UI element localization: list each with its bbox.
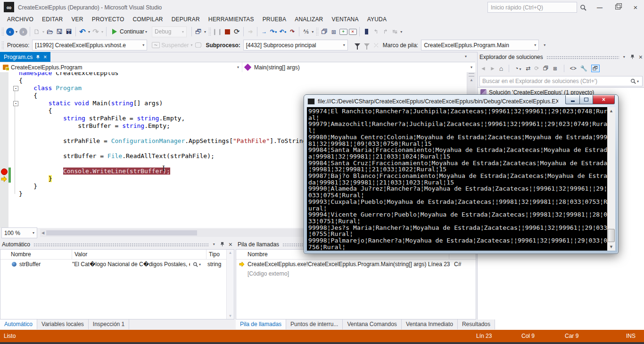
continue-button[interactable]: Continuar	[108, 26, 144, 37]
breakpoints-window-button[interactable]: 🗇	[320, 26, 329, 37]
menu-item[interactable]: ARCHIVO	[3, 14, 38, 25]
filter-frames-icon[interactable]	[353, 40, 362, 50]
fold-collapse-icon[interactable]: -	[13, 86, 18, 91]
pin-icon[interactable]	[220, 242, 224, 247]
filter-frames-disabled-icon[interactable]	[362, 40, 372, 50]
hex-dropdown-icon[interactable]: ▾	[312, 30, 314, 34]
solution-explorer-search[interactable]: Buscar en el Explorador de soluciones (C…	[479, 76, 643, 86]
scrollbar-thumb[interactable]	[608, 229, 615, 242]
clear-bookmarks-button[interactable]: ↹	[390, 26, 399, 37]
sync-with-active-document-icon[interactable]: ⇄	[526, 65, 531, 72]
previous-bookmark-button[interactable]: ↰	[371, 26, 380, 37]
solution-explorer-header[interactable]: Explorador de soluciones ▾ ×	[478, 52, 644, 62]
redo-button[interactable]: ↷	[91, 26, 100, 37]
splitter-handle-icon[interactable]	[469, 73, 474, 76]
show-next-statement-button[interactable]: ➔	[246, 26, 255, 37]
stack-frame-row[interactable]: CreateExcelEpplus.exe!CreateExcelEpplus.…	[236, 260, 476, 269]
code-line[interactable]: namespace CreateExcelEpplus	[0, 72, 467, 77]
close-panel-icon[interactable]: ×	[229, 241, 232, 248]
properties-icon[interactable]: 🗉	[553, 65, 558, 72]
stop-button[interactable]	[223, 26, 232, 37]
menu-item[interactable]: AYUDA	[363, 14, 391, 25]
panel-tab[interactable]: Ventana Inmediato	[402, 319, 458, 329]
solution-configuration-combo[interactable]: Debug▾	[152, 26, 187, 37]
forward-icon[interactable]: ►	[490, 65, 495, 72]
panel-tab[interactable]: Pila de llamadas	[236, 319, 286, 329]
step-out-button[interactable]: ↶●	[278, 26, 288, 37]
continue-dropdown-icon[interactable]: ▾	[145, 30, 147, 34]
toggle-bookmark-button[interactable]	[362, 26, 371, 37]
search-icon[interactable]	[630, 78, 636, 84]
step-over-button[interactable]: ↷●	[269, 26, 278, 37]
menu-item[interactable]: PROYECTO	[88, 14, 129, 25]
close-button[interactable]: ×	[632, 3, 639, 11]
console-title-bar[interactable]: file:///C:/Devel/CSharp/CreateExcelEpplu…	[304, 95, 618, 107]
pin-icon[interactable]	[630, 54, 635, 59]
panel-tab[interactable]: Inspección 1	[89, 319, 129, 329]
console-maximize-button[interactable]	[579, 95, 593, 104]
menu-item[interactable]: EDITAR	[38, 14, 67, 25]
panel-tab[interactable]: Ventana Comandos	[343, 319, 401, 329]
stack-frame-row[interactable]: [Código externo]	[236, 269, 476, 278]
menu-item[interactable]: VER	[67, 14, 87, 25]
back-dropdown-icon[interactable]: ▾	[16, 30, 17, 34]
types-combo[interactable]: CreateExcelEpplus.Program ▾	[0, 62, 242, 72]
stack-frame-combo[interactable]: CreateExcelEpplus.Program.Main▾	[421, 40, 539, 50]
add-comment-button[interactable]: +	[339, 26, 348, 37]
panel-tab[interactable]: Automático	[0, 319, 37, 329]
title-bar[interactable]: ∞ CreateExcelEpplus (Depurando) - Micros…	[0, 0, 644, 13]
toolbar-overflow-icon[interactable]: ▾	[204, 30, 206, 34]
save-all-button[interactable]: 🖬	[64, 26, 74, 37]
visualizer-dropdown-icon[interactable]: ▾	[199, 262, 201, 267]
zoom-combo[interactable]: 100 %▾	[1, 227, 37, 238]
properties-wrench-icon[interactable]: 🔧	[580, 65, 587, 72]
menu-item[interactable]: ANALIZAR	[290, 14, 327, 25]
new-dropdown-icon[interactable]: ▾	[42, 30, 44, 34]
attach-to-process-button[interactable]: 🗗	[194, 26, 203, 37]
thread-combo[interactable]: [4432] Subproceso principal▾	[243, 40, 348, 50]
new-project-button[interactable]: 🗋	[32, 26, 41, 37]
scroll-up-icon[interactable]: ▲	[609, 109, 613, 113]
menu-item[interactable]: DEPURAR	[167, 14, 204, 25]
refresh-icon[interactable]: ⟳	[535, 65, 539, 72]
collapse-all-icon[interactable]: 🗇	[543, 65, 549, 72]
debugbar-overflow-icon[interactable]: ▾	[544, 43, 545, 47]
flag-threads-icon[interactable]: ⤫	[372, 40, 381, 50]
restart-button[interactable]: ⟳	[232, 26, 241, 37]
tab-program-cs[interactable]: Program.cs ×	[0, 52, 50, 62]
undo-button[interactable]: ↶	[78, 26, 87, 37]
code-line[interactable]: {	[0, 77, 467, 84]
hscroll-thumb[interactable]	[46, 230, 197, 235]
window-position-icon[interactable]: ▾	[623, 55, 625, 59]
view-code-icon[interactable]: <>	[570, 65, 577, 72]
hex-display-button[interactable]: ⅍	[301, 26, 311, 37]
autos-grid-header[interactable]: Nombre Valor Tipo	[0, 250, 234, 260]
pin-icon[interactable]	[36, 55, 40, 59]
delete-comment-button[interactable]: ×	[348, 26, 357, 37]
back-icon[interactable]: ◄	[480, 65, 486, 72]
magnifier-icon[interactable]	[193, 262, 198, 267]
redo-dropdown-icon[interactable]: ▾	[101, 30, 103, 34]
autos-scrollbar[interactable]: ▲▼	[226, 250, 234, 319]
tab-close-icon[interactable]: ×	[43, 54, 47, 60]
variable-row[interactable]: strBuffer "El Cat�logo Nacional de C�dig…	[0, 260, 234, 269]
console-close-button[interactable]: ×	[593, 95, 615, 104]
navigate-forward-button[interactable]: ›	[18, 26, 28, 37]
restore-button[interactable]	[614, 4, 621, 11]
console-window[interactable]: file:///C:/Devel/CSharp/CreateExcelEpplu…	[304, 94, 619, 254]
next-bookmark-button[interactable]: ↱	[380, 26, 390, 37]
save-button[interactable]: 🖫	[55, 26, 64, 37]
preview-selected-items-icon[interactable]: 🗗	[591, 65, 600, 72]
threads-window-icon[interactable]: 🖵	[193, 40, 203, 50]
menu-item[interactable]: HERRAMIENTAS	[204, 14, 258, 25]
menu-item[interactable]: COMPILAR	[128, 14, 167, 25]
undo-dropdown-icon[interactable]: ▾	[88, 30, 90, 34]
panel-tab[interactable]: Resultados	[458, 319, 495, 329]
fold-collapse-icon[interactable]: -	[13, 101, 18, 106]
process-combo[interactable]: [11992] CreateExcelEpplus.vshost.e▾	[32, 40, 147, 50]
scroll-left-icon[interactable]: ◀	[41, 231, 44, 235]
search-icon[interactable]	[577, 2, 589, 13]
breakpoint-dot[interactable]	[1, 168, 8, 175]
close-panel-icon[interactable]: ×	[639, 53, 643, 61]
console-scrollbar[interactable]: ▲ ▼	[607, 107, 615, 251]
